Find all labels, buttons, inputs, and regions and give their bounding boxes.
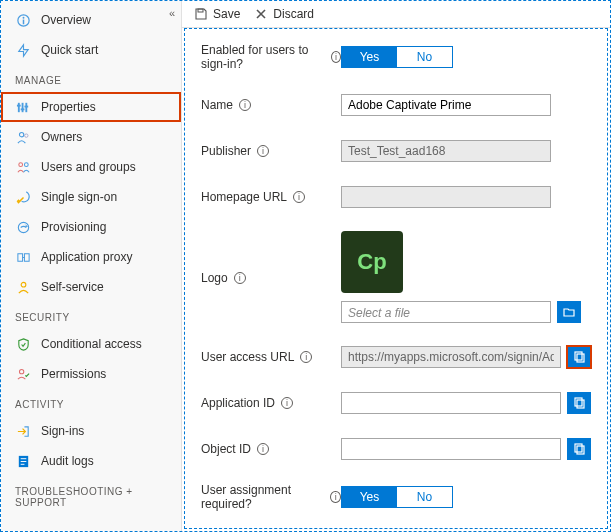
self-service-icon bbox=[15, 279, 31, 295]
sidebar-item-properties[interactable]: Properties bbox=[1, 92, 181, 122]
save-button[interactable]: Save bbox=[194, 7, 240, 21]
svg-point-10 bbox=[24, 133, 27, 136]
toggle-yes[interactable]: Yes bbox=[342, 47, 397, 67]
sidebar-item-users-groups[interactable]: Users and groups bbox=[1, 152, 181, 182]
object-id-input[interactable] bbox=[341, 438, 561, 460]
svg-rect-29 bbox=[575, 398, 582, 406]
sidebar-item-label: Sign-ins bbox=[41, 424, 84, 438]
audit-logs-icon bbox=[15, 453, 31, 469]
properties-form: Enabled for users to sign-in?i Yes No Na… bbox=[184, 28, 608, 529]
sidebar-item-permissions[interactable]: Permissions bbox=[1, 359, 181, 389]
name-input[interactable] bbox=[341, 94, 551, 116]
appid-label: Application ID bbox=[201, 396, 275, 410]
sidebar-item-label: Properties bbox=[41, 100, 96, 114]
svg-point-18 bbox=[21, 282, 26, 287]
provisioning-icon bbox=[15, 219, 31, 235]
collapse-sidebar-icon[interactable]: « bbox=[169, 7, 175, 19]
sidebar-item-label: Conditional access bbox=[41, 337, 142, 351]
sidebar-item-self-service[interactable]: Self-service bbox=[1, 272, 181, 302]
save-icon bbox=[194, 7, 208, 21]
sidebar-item-label: Provisioning bbox=[41, 220, 106, 234]
uaurl-label: User access URL bbox=[201, 350, 294, 364]
owners-icon bbox=[15, 129, 31, 145]
sidebar-item-sso[interactable]: Single sign-on bbox=[1, 182, 181, 212]
svg-rect-3 bbox=[17, 102, 19, 111]
sidebar-item-label: Users and groups bbox=[41, 160, 136, 174]
discard-label: Discard bbox=[273, 7, 314, 21]
svg-rect-24 bbox=[198, 9, 203, 12]
svg-point-12 bbox=[24, 162, 28, 166]
info-icon[interactable]: i bbox=[281, 397, 293, 409]
sidebar-item-label: Audit logs bbox=[41, 454, 94, 468]
sidebar-item-provisioning[interactable]: Provisioning bbox=[1, 212, 181, 242]
svg-point-11 bbox=[18, 162, 22, 166]
publisher-input bbox=[341, 140, 551, 162]
sidebar-item-app-proxy[interactable]: Application proxy bbox=[1, 242, 181, 272]
discard-button[interactable]: Discard bbox=[254, 7, 314, 21]
discard-icon bbox=[254, 7, 268, 21]
toggle-no[interactable]: No bbox=[397, 487, 452, 507]
user-access-url-input bbox=[341, 346, 561, 368]
svg-rect-4 bbox=[21, 102, 23, 111]
main-panel: Save Discard Enabled for users to sign-i… bbox=[182, 1, 610, 531]
info-icon[interactable]: i bbox=[293, 191, 305, 203]
overview-icon bbox=[15, 12, 31, 28]
svg-rect-28 bbox=[577, 354, 584, 362]
svg-point-14 bbox=[18, 222, 28, 232]
logo-label: Logo bbox=[201, 271, 228, 285]
objid-label: Object ID bbox=[201, 442, 251, 456]
sidebar-header-troubleshooting: TROUBLESHOOTING + SUPPORT bbox=[1, 476, 181, 514]
users-groups-icon bbox=[15, 159, 31, 175]
publisher-label: Publisher bbox=[201, 144, 251, 158]
toggle-no[interactable]: No bbox=[397, 47, 452, 67]
shield-icon bbox=[15, 336, 31, 352]
info-icon[interactable]: i bbox=[257, 443, 269, 455]
svg-point-9 bbox=[19, 132, 23, 136]
sidebar-item-label: Owners bbox=[41, 130, 82, 144]
copy-application-id-button[interactable] bbox=[567, 392, 591, 414]
sidebar-item-conditional-access[interactable]: Conditional access bbox=[1, 329, 181, 359]
sidebar-header-activity: ACTIVITY bbox=[1, 389, 181, 416]
svg-rect-8 bbox=[24, 105, 28, 107]
sidebar-item-label: Permissions bbox=[41, 367, 106, 381]
homepage-input bbox=[341, 186, 551, 208]
sidebar-item-quickstart[interactable]: Quick start bbox=[1, 35, 181, 65]
browse-file-button[interactable] bbox=[557, 301, 581, 323]
sidebar-item-signins[interactable]: Sign-ins bbox=[1, 416, 181, 446]
svg-rect-2 bbox=[22, 19, 24, 24]
sidebar-item-label: Self-service bbox=[41, 280, 104, 294]
sidebar-item-label: Single sign-on bbox=[41, 190, 117, 204]
info-icon[interactable]: i bbox=[300, 351, 312, 363]
svg-rect-16 bbox=[24, 253, 29, 261]
copy-object-id-button[interactable] bbox=[567, 438, 591, 460]
logo-file-input[interactable]: Select a file bbox=[341, 301, 551, 323]
info-icon[interactable]: i bbox=[239, 99, 251, 111]
svg-rect-15 bbox=[17, 253, 22, 261]
svg-rect-27 bbox=[575, 352, 582, 360]
sidebar-item-overview[interactable]: Overview bbox=[1, 5, 181, 35]
sidebar-item-label: Overview bbox=[41, 13, 91, 27]
toolbar: Save Discard bbox=[182, 1, 610, 28]
sidebar-header-manage: MANAGE bbox=[1, 65, 181, 92]
sidebar-item-audit-logs[interactable]: Audit logs bbox=[1, 446, 181, 476]
info-icon[interactable]: i bbox=[331, 51, 341, 63]
enabled-toggle[interactable]: Yes No bbox=[341, 46, 453, 68]
toggle-yes[interactable]: Yes bbox=[342, 487, 397, 507]
info-icon[interactable]: i bbox=[330, 491, 341, 503]
application-id-input[interactable] bbox=[341, 392, 561, 414]
properties-icon bbox=[15, 99, 31, 115]
svg-rect-31 bbox=[575, 444, 582, 452]
svg-rect-6 bbox=[16, 104, 20, 106]
copy-user-access-url-button[interactable] bbox=[567, 346, 591, 368]
sidebar: « Overview Quick start MANAGE Properties… bbox=[1, 1, 182, 531]
sidebar-item-label: Application proxy bbox=[41, 250, 132, 264]
sidebar-item-owners[interactable]: Owners bbox=[1, 122, 181, 152]
info-icon[interactable]: i bbox=[234, 272, 246, 284]
assignment-toggle[interactable]: Yes No bbox=[341, 486, 453, 508]
svg-rect-30 bbox=[577, 400, 584, 408]
homepage-label: Homepage URL bbox=[201, 190, 287, 204]
info-icon[interactable]: i bbox=[257, 145, 269, 157]
app-logo: Cp bbox=[341, 231, 403, 293]
enabled-label: Enabled for users to sign-in? bbox=[201, 43, 325, 71]
svg-rect-7 bbox=[20, 108, 24, 110]
